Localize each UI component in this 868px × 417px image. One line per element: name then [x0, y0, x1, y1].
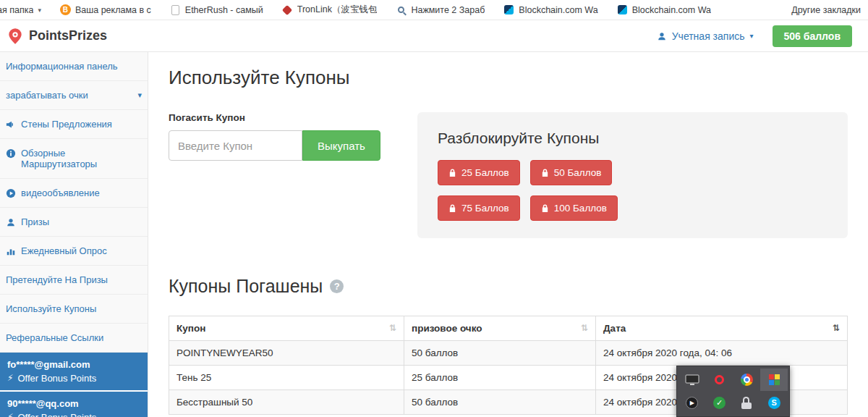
unlock-coupons-panel: Разблокируйте Купоны 25 Баллов 50 Баллов [417, 112, 848, 238]
help-icon[interactable]: ? [330, 279, 344, 293]
coupon-input[interactable] [169, 130, 302, 161]
sidebar-item-prizes[interactable]: Призы [0, 208, 148, 237]
column-header-date[interactable]: Дата ⇅ [596, 316, 848, 341]
sidebar-item-label: Обзорные Маршрутизаторы [21, 148, 142, 169]
bookmark-label: EtherRush - самый [185, 5, 263, 15]
redeem-coupon-label: Погасить Купон [169, 112, 386, 123]
sort-icon[interactable]: ⇅ [389, 323, 396, 333]
tray-display-icon[interactable] [678, 368, 706, 391]
sidebar-item-label: Стены Предложения [21, 119, 112, 130]
blockchain-icon [504, 5, 514, 14]
page-title: Используйте Купоны [169, 67, 848, 89]
megaphone-icon [6, 119, 16, 130]
bookmark-label: Blockchain.com Wa [519, 5, 597, 15]
sidebar-item-referral-links[interactable]: Реферальные Ссылки [0, 324, 148, 353]
cell-coupon: Тень 25 [169, 366, 404, 390]
bookmark-item[interactable]: B Ваша реклама в с [60, 4, 151, 15]
referral-email: fo*****@gmail.com [7, 359, 140, 370]
account-label: Учетная запись [672, 30, 745, 42]
unlock-panel-title: Разблокируйте Купоны [438, 130, 827, 147]
bookmarks-bar: ая папка ▾ B Ваша реклама в с EtherRush … [0, 0, 868, 20]
sidebar-item-label: Ежедневный Опрос [21, 245, 107, 256]
search-icon [396, 4, 407, 15]
sidebar-item-claim-prizes[interactable]: Претендуйте На Призы [0, 266, 148, 295]
sidebar-item-label: Реферальные Ссылки [6, 332, 103, 343]
tray-antivirus-icon[interactable]: ✓ [706, 392, 733, 414]
lightning-icon: ⚡ [7, 412, 13, 417]
tray-app-icon[interactable] [760, 368, 788, 391]
sidebar-item-offer-walls[interactable]: Стены Предложения [0, 110, 148, 139]
bookmark-label: Ваша реклама в с [75, 5, 151, 15]
brand-logo-link[interactable]: PointsPrizes [6, 27, 107, 46]
column-header-points[interactable]: призовое очко ⇅ [404, 316, 596, 341]
bookmark-item[interactable]: TronLink（波宝钱包 [282, 4, 378, 16]
sidebar-item-earn-points[interactable]: зарабатывать очки ▾ [0, 81, 148, 110]
tronlink-icon [282, 4, 293, 15]
chart-icon [6, 246, 16, 256]
other-bookmarks[interactable]: Другие закладки [791, 5, 861, 15]
lock-icon [541, 203, 549, 213]
info-circle-icon [6, 148, 16, 159]
bookmark-item[interactable]: Blockchain.com Wa [617, 4, 711, 15]
account-menu[interactable]: Учетная запись ▾ [657, 30, 754, 42]
unlock-button-label: 50 Баллов [554, 167, 602, 178]
chevron-down-icon: ▾ [38, 7, 41, 14]
other-bookmarks-label: Другие закладки [791, 5, 861, 15]
points-balance-badge[interactable]: 506 баллов [773, 25, 852, 47]
app-grid-icon [769, 374, 780, 385]
referral-account-card[interactable]: fo*****@gmail.com ⚡ Offer Bonus Points [0, 353, 148, 392]
bookmark-label: Нажмите 2 Зараб [411, 5, 485, 15]
redeem-coupon-form: Погасить Купон Выкупать [169, 112, 386, 161]
bookmark-item[interactable]: EtherRush - самый [170, 4, 263, 15]
btc-icon: B [60, 4, 71, 15]
tray-opera-icon[interactable] [706, 368, 733, 391]
lock-icon [448, 203, 456, 213]
unlock-button-label: 100 Баллов [554, 203, 607, 214]
cell-coupon: Бесстрашный 50 [169, 390, 404, 415]
referral-action-label: Offer Bonus Points [17, 412, 96, 417]
unlock-50-points-button[interactable]: 50 Баллов [530, 160, 613, 185]
unlock-75-points-button[interactable]: 75 Баллов [438, 195, 520, 221]
cell-coupon: POINTYNEWYEAR50 [169, 341, 404, 366]
bookmark-folder[interactable]: ая папка ▾ [0, 5, 41, 15]
sidebar-item-dashboard[interactable]: Информационная панель [0, 52, 148, 81]
sidebar-item-label: Призы [21, 216, 49, 227]
sidebar-item-video-ads[interactable]: видеообъявление [0, 179, 148, 208]
lock-icon [448, 168, 456, 177]
cell-points: 50 баллов [404, 341, 596, 366]
unlock-button-label: 25 Баллов [461, 167, 509, 178]
redeemed-coupons-title: Купоны Погашены [169, 276, 323, 297]
sidebar: Информационная панель зарабатывать очки … [0, 52, 148, 417]
tray-media-player-icon[interactable]: ▶ [678, 392, 706, 414]
tray-lock-icon[interactable] [733, 392, 761, 414]
lightning-icon: ⚡ [7, 373, 13, 384]
shield-check-icon: ✓ [713, 397, 726, 409]
bookmark-item[interactable]: Нажмите 2 Зараб [396, 4, 485, 15]
unlock-25-points-button[interactable]: 25 Баллов [438, 160, 520, 185]
sidebar-item-label: Используйте Купоны [6, 303, 96, 314]
sort-icon[interactable]: ⇅ [833, 323, 840, 333]
display-icon [685, 374, 699, 387]
column-header-coupon[interactable]: Купон ⇅ [169, 316, 404, 341]
app-header: PointsPrizes Учетная запись ▾ 506 баллов [0, 20, 868, 52]
sidebar-item-label: Претендуйте На Призы [6, 274, 108, 285]
sidebar-item-daily-poll[interactable]: Ежедневный Опрос [0, 237, 148, 266]
user-icon [657, 31, 667, 41]
sidebar-item-use-coupons[interactable]: Используйте Купоны [0, 295, 148, 324]
referral-account-card[interactable]: 90*****@qq.com ⚡ Offer Bonus Points [0, 392, 148, 417]
sort-icon[interactable]: ⇅ [581, 323, 588, 333]
sidebar-item-label: Информационная панель [6, 61, 118, 72]
chevron-down-icon: ▾ [750, 32, 754, 40]
redeem-button[interactable]: Выкупать [302, 130, 380, 161]
sidebar-item-survey-routers[interactable]: Обзорные Маршрутизаторы [0, 139, 148, 179]
main-content: Используйте Купоны Погасить Купон Выкупа… [148, 52, 868, 417]
chevron-down-icon: ▾ [137, 90, 142, 101]
table-header-row: Купон ⇅ призовое очко ⇅ Дата ⇅ [169, 316, 848, 341]
lock-icon [741, 397, 752, 409]
bookmark-item[interactable]: Blockchain.com Wa [503, 4, 597, 15]
brand-name: PointsPrizes [29, 28, 107, 43]
system-tray-popup: ▶ ✓ S [676, 366, 790, 417]
unlock-100-points-button[interactable]: 100 Баллов [530, 195, 618, 221]
tray-chrome-icon[interactable] [733, 368, 761, 391]
tray-skype-icon[interactable]: S [760, 392, 788, 414]
